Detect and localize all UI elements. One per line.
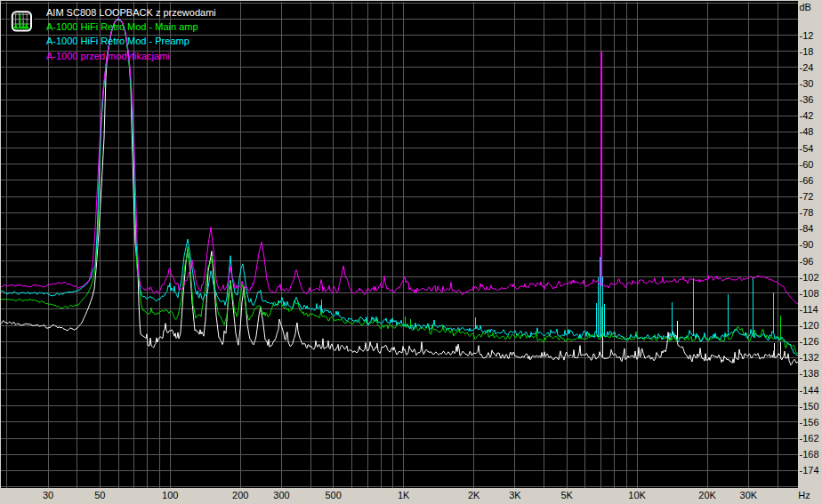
svg-text:-72: -72 xyxy=(800,191,814,202)
svg-text:20K: 20K xyxy=(698,490,716,500)
svg-text:-108: -108 xyxy=(800,288,819,299)
svg-text:AIM SC808 LOOPBACK z przewodam: AIM SC808 LOOPBACK z przewodami xyxy=(46,7,216,18)
svg-text:-168: -168 xyxy=(800,449,819,460)
svg-text:dB: dB xyxy=(800,2,811,12)
svg-text:-126: -126 xyxy=(800,336,819,347)
svg-text:-96: -96 xyxy=(800,256,814,267)
svg-text:-42: -42 xyxy=(800,110,814,121)
svg-text:A-1000 HiFi Retro Mod - Main a: A-1000 HiFi Retro Mod - Main amp xyxy=(46,21,198,32)
svg-text:-156: -156 xyxy=(800,417,819,428)
svg-text:-48: -48 xyxy=(800,126,814,137)
svg-text:-66: -66 xyxy=(800,175,814,186)
svg-text:2K: 2K xyxy=(468,490,480,500)
svg-text:-150: -150 xyxy=(800,401,819,412)
svg-text:1K: 1K xyxy=(398,490,410,500)
svg-text:30K: 30K xyxy=(740,490,758,500)
svg-text:-30: -30 xyxy=(800,78,814,89)
svg-text:-90: -90 xyxy=(800,239,814,250)
svg-text:-36: -36 xyxy=(800,94,814,105)
svg-text:300: 300 xyxy=(273,490,289,500)
svg-text:-144: -144 xyxy=(800,385,819,396)
svg-text:A-1000 HiFi Retro Mod - Preamp: A-1000 HiFi Retro Mod - Preamp xyxy=(46,36,189,46)
svg-text:-54: -54 xyxy=(800,143,814,154)
svg-text:A-1000 przed modyfikacjami: A-1000 przed modyfikacjami xyxy=(46,51,170,61)
svg-text:-24: -24 xyxy=(800,62,814,73)
svg-text:Hz: Hz xyxy=(798,490,810,500)
svg-text:-84: -84 xyxy=(800,223,814,234)
svg-text:100: 100 xyxy=(162,490,178,500)
svg-text:30: 30 xyxy=(43,490,53,500)
svg-text:-132: -132 xyxy=(800,352,819,363)
svg-text:-102: -102 xyxy=(800,272,819,283)
svg-text:3K: 3K xyxy=(509,490,521,500)
svg-text:500: 500 xyxy=(326,490,342,500)
svg-text:-12: -12 xyxy=(800,30,814,41)
svg-text:-138: -138 xyxy=(800,368,819,379)
svg-text:-162: -162 xyxy=(800,433,819,444)
svg-text:-60: -60 xyxy=(800,159,814,170)
svg-text:-174: -174 xyxy=(800,465,819,476)
svg-text:-120: -120 xyxy=(800,320,819,331)
svg-text:-114: -114 xyxy=(800,304,818,315)
svg-text:200: 200 xyxy=(232,490,248,500)
svg-text:-78: -78 xyxy=(800,207,814,218)
svg-text:-18: -18 xyxy=(800,46,814,57)
svg-text:5K: 5K xyxy=(560,490,573,500)
svg-text:50: 50 xyxy=(94,490,105,500)
svg-text:10K: 10K xyxy=(628,490,646,500)
